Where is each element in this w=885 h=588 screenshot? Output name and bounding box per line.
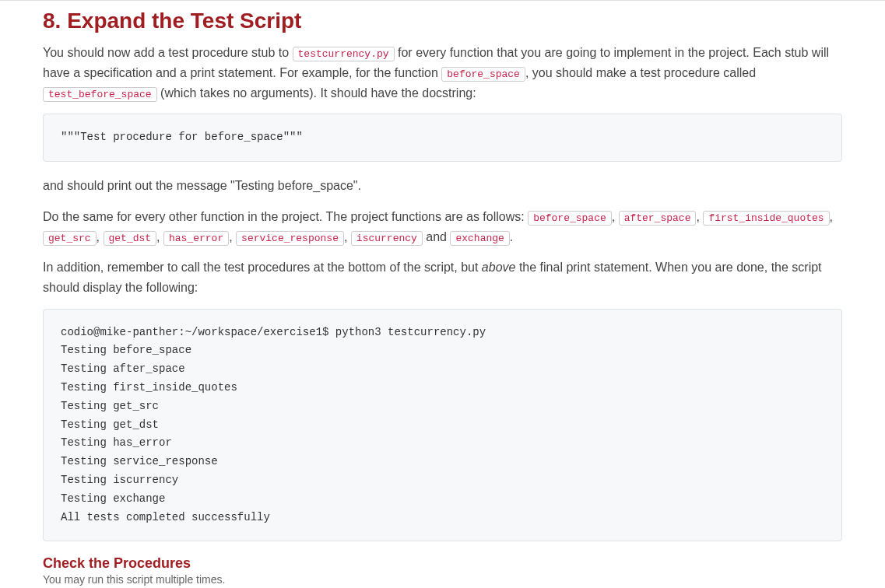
text-span: (which takes no arguments). It should ha… — [157, 86, 476, 100]
code-test-before-space: test_before_space — [43, 87, 157, 102]
document-container: 8. Expand the Test Script You should now… — [0, 0, 885, 588]
code-fn-after-space: after_space — [619, 211, 697, 226]
code-fn-get-dst: get_dst — [104, 231, 157, 246]
text-span: You should now add a test procedure stub… — [43, 46, 293, 59]
text-comma: , — [229, 230, 236, 243]
check-procedures-title: Check the Procedures — [43, 555, 842, 572]
code-before-space: before_space — [441, 67, 525, 82]
text-span: Do the same for every other function in … — [43, 210, 528, 223]
check-procedures-subtitle: You may run this script multiple times. — [43, 573, 842, 586]
text-comma: , — [344, 230, 351, 243]
paragraph-4: In addition, remember to call the test p… — [43, 257, 842, 297]
paragraph-1: You should now add a test procedure stub… — [43, 43, 842, 103]
code-block-output: codio@mike-panther:~/workspace/exercise1… — [43, 309, 842, 542]
code-block-docstring: """Test procedure for before_space""" — [43, 114, 842, 162]
code-fn-iscurrency: iscurrency — [351, 231, 423, 246]
paragraph-2: and should print out the message "Testin… — [43, 176, 842, 196]
code-fn-first-inside-quotes: first_inside_quotes — [703, 211, 829, 226]
text-span: In addition, remember to call the test p… — [43, 261, 482, 274]
text-comma: , — [156, 230, 163, 243]
code-fn-has-error: has_error — [163, 231, 229, 246]
code-fn-exchange: exchange — [450, 231, 509, 246]
code-fn-before-space: before_space — [528, 211, 612, 226]
paragraph-3: Do the same for every other function in … — [43, 207, 842, 247]
code-fn-get-src: get_src — [43, 231, 97, 246]
text-and: and — [423, 230, 451, 243]
text-span: , you should make a test procedure calle… — [525, 66, 756, 79]
text-comma: , — [97, 230, 104, 243]
text-comma: , — [830, 210, 833, 223]
code-testcurrency: testcurrency.py — [293, 47, 395, 61]
text-italic-above: above — [482, 261, 516, 274]
code-fn-service-response: service_response — [236, 231, 344, 246]
text-period: . — [510, 230, 513, 243]
text-comma: , — [612, 210, 619, 223]
section-title: 8. Expand the Test Script — [43, 9, 842, 33]
